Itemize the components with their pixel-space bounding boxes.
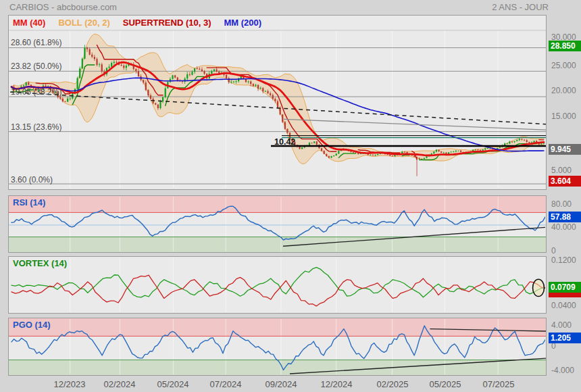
legend-item-supertrend-10-3: SUPERTREND (10, 3): [123, 18, 211, 28]
y-axis-tick: 80.00: [551, 199, 572, 209]
y-axis-tick: 25.000: [551, 61, 576, 70]
rsi-panel[interactable]: RSI (14): [8, 195, 547, 253]
legend-item-boll-20-2: BOLL (20, 2): [58, 18, 109, 28]
pgo-chart-canvas[interactable]: [9, 318, 546, 375]
rsi-value-badge: 57.88: [549, 212, 581, 222]
y-axis-tick: 15.000: [551, 112, 576, 121]
resistance-price-label: 10.42: [274, 137, 295, 147]
y-axis-tick: 0: [551, 246, 556, 255]
last-price-badge: 9.945: [549, 144, 581, 155]
period-high-badge: 28.850: [549, 41, 581, 51]
period-label: 2 ANS - JOUR: [492, 2, 549, 12]
pgo-value-badge: 1.205: [549, 333, 581, 343]
rsi-chart-canvas[interactable]: [9, 196, 546, 252]
x-axis-label-09-2024: 09/2024: [257, 379, 305, 389]
fib-level-label: 19.05 (38.2%): [11, 87, 61, 97]
y-axis-tick: 5.000: [551, 166, 572, 175]
x-axis-label-05-2024: 05/2024: [149, 379, 197, 389]
vortex-panel[interactable]: VORTEX (14): [8, 256, 547, 314]
fib-level-label: 13.15 (23.6%): [11, 122, 61, 132]
main-price-panel[interactable]: MM (40)BOLL (20, 2)SUPERTREND (10, 3)MM …: [8, 15, 547, 190]
fib-level-label: 28.60 (61.8%): [11, 38, 61, 47]
vortex-label: VORTEX (14): [13, 258, 67, 268]
legend-item-mm-40: MM (40): [13, 18, 45, 28]
y-axis-tick: 0.1200: [551, 255, 576, 265]
x-axis-label-07-2025: 07/2025: [475, 379, 522, 389]
x-axis-label-02-2024: 02/2024: [96, 379, 143, 389]
y-axis-tick: 4.000: [551, 320, 572, 330]
period-low-badge: 3.604: [549, 176, 581, 187]
instrument-title: CARBIOS - abcbourse.com: [9, 2, 117, 12]
legend-item-mm-200: MM (200): [224, 18, 261, 28]
pgo-panel[interactable]: PGO (14): [8, 318, 547, 376]
y-axis-tick: 40.000: [551, 222, 576, 232]
y-axis-tick: 0.0400: [551, 301, 576, 310]
x-axis-label-05-2025: 05/2025: [422, 379, 469, 389]
vortex-chart-canvas[interactable]: [9, 257, 546, 313]
price-chart-canvas[interactable]: [9, 16, 546, 189]
rsi-label: RSI (14): [13, 197, 45, 207]
vortex-value-badge: 0.0709: [549, 282, 581, 293]
x-axis-label-12-2024: 12/2024: [313, 379, 360, 389]
x-axis-label-07-2024: 07/2024: [202, 379, 249, 389]
y-axis-tick: -4.000: [551, 366, 574, 375]
x-axis-label-12-2023: 12/2023: [46, 379, 93, 389]
fib-level-label: 3.60 (0.0%): [11, 175, 53, 185]
indicator-legend: MM (40)BOLL (20, 2)SUPERTREND (10, 3)MM …: [13, 18, 261, 28]
fib-level-label: 23.82 (50.0%): [11, 62, 61, 71]
y-axis-tick: 20.000: [551, 86, 576, 95]
pgo-label: PGO (14): [13, 320, 51, 330]
x-axis-label-02-2025: 02/2025: [369, 379, 416, 389]
